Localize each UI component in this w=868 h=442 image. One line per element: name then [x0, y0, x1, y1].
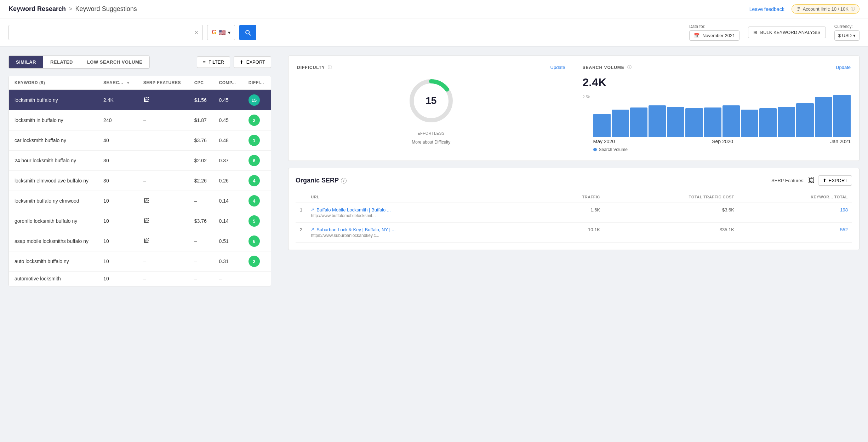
th-search[interactable]: SEARC... ▼	[98, 76, 138, 90]
keyword-table: KEYWORD (9) SEARC... ▼ SERP FEATURES CPC…	[9, 76, 271, 286]
bar	[759, 108, 777, 137]
td-comp: 0.31	[213, 251, 243, 272]
td-cpc: $3.76	[189, 130, 213, 151]
td-comp: 0.37	[213, 151, 243, 171]
export-button[interactable]: ⬆ EXPORT	[234, 56, 271, 68]
more-about-difficulty[interactable]: More about Difficulty	[412, 140, 450, 145]
td-cpc: $1.56	[189, 90, 213, 110]
td-search: 2.4K	[98, 90, 138, 110]
th-keyword: KEYWORD (9)	[9, 76, 98, 90]
serp-export-icon: ⬆	[823, 178, 827, 183]
difficulty-section: DIFFICULTY ⓘ Update 15 EFFORTLESS	[289, 56, 574, 161]
search-button[interactable]	[239, 25, 256, 40]
data-for-label: Data for:	[689, 24, 706, 29]
clear-button[interactable]: ×	[194, 29, 198, 36]
difficulty-info-icon: ⓘ	[328, 64, 332, 70]
table-row[interactable]: 24 hour locksmith buffalo ny 30 – $2.02 …	[9, 151, 271, 171]
leave-feedback-link[interactable]: Leave feedback	[749, 6, 784, 12]
serp-dash: –	[143, 276, 146, 281]
bar-chart-y-label: 2.5k	[583, 95, 590, 99]
bulk-icon: ⊞	[753, 30, 757, 35]
table-row[interactable]: locksmith in buffalo ny 240 – $1.87 0.45…	[9, 110, 271, 130]
breadcrumb-main[interactable]: Keyword Research	[8, 5, 66, 13]
bar	[630, 107, 647, 137]
td-keyword: locksmith elmwood ave buffalo ny	[9, 171, 98, 191]
serp-image-icon: 🖼	[808, 177, 815, 184]
serp-url-main[interactable]: ↗ Suburban Lock & Key | Buffalo, NY | ..…	[311, 227, 534, 232]
tab-related[interactable]: RELATED	[43, 56, 80, 68]
search-left: locksmith buffalo ny × G 🇺🇸 ▾	[8, 25, 256, 40]
external-link-icon: ↗	[311, 227, 314, 232]
serp-table-row: 1 ↗ Buffalo Mobile Locksmith | Buffalo .…	[296, 203, 852, 223]
td-comp: 0.48	[213, 130, 243, 151]
currency-selector[interactable]: $ USD ▾	[834, 30, 860, 41]
breadcrumb-sub: Keyword Suggestions	[75, 5, 137, 13]
search-volume-section: SEARCH VOLUME ⓘ Update 2.4K 2.5k May 202…	[574, 56, 860, 161]
td-search: 240	[98, 110, 138, 130]
currency-section: Currency: $ USD ▾	[834, 24, 860, 41]
td-comp: 0.45	[213, 110, 243, 130]
currency-value: $ USD	[838, 33, 852, 38]
tab-similar[interactable]: SIMILAR	[9, 56, 43, 68]
engine-selector[interactable]: G 🇺🇸 ▾	[207, 25, 235, 40]
serp-url-sub: https://www.suburbanlockandkey.c...	[311, 233, 534, 238]
th-comp: COMP...	[213, 76, 243, 90]
td-diff: 6	[243, 151, 271, 171]
table-row[interactable]: auto locksmith buffalo ny 10 – – 0.31 2	[9, 251, 271, 272]
difficulty-label: DIFFICULTY	[297, 65, 325, 70]
diff-badge: 2	[249, 256, 260, 267]
td-comp: –	[213, 272, 243, 286]
serp-traffic-cost: $3.6K	[604, 203, 738, 223]
filter-label: FILTER	[209, 59, 224, 65]
td-keyword: car locksmith buffalo ny	[9, 130, 98, 151]
search-input-wrapper: locksmith buffalo ny ×	[8, 25, 203, 40]
td-diff: 6	[243, 231, 271, 251]
x-label-1: Sep 2020	[712, 139, 733, 144]
td-serp: –	[138, 171, 189, 191]
donut-number: 15	[426, 95, 436, 106]
bar	[833, 95, 851, 137]
bar	[723, 105, 740, 137]
metrics-row: DIFFICULTY ⓘ Update 15 EFFORTLESS	[288, 56, 860, 161]
serp-th-total-cost: TOTAL TRAFFIC COST	[604, 191, 738, 203]
table-row[interactable]: automotive locksmith 10 – – –	[9, 272, 271, 286]
serp-export-button[interactable]: ⬆ EXPORT	[818, 175, 852, 186]
td-cpc: $2.02	[189, 151, 213, 171]
table-row[interactable]: locksmith buffalo ny elmwood 10 🖼 – 0.14…	[9, 191, 271, 211]
td-cpc: –	[189, 251, 213, 272]
legend-label: Search Volume	[599, 147, 628, 152]
serp-header: Organic SERP i SERP Features: 🖼 ⬆ EXPORT	[296, 175, 852, 186]
chart-legend: Search Volume	[593, 147, 851, 152]
serp-url-cell: ↗ Buffalo Mobile Locksmith | Buffalo ...…	[307, 203, 538, 223]
breadcrumb: Keyword Research > Keyword Suggestions	[8, 5, 137, 13]
serp-traffic: 10.1K	[538, 223, 604, 243]
serp-table-row: 2 ↗ Suburban Lock & Key | Buffalo, NY | …	[296, 223, 852, 243]
serp-url-title: Buffalo Mobile Locksmith | Buffalo ...	[316, 207, 391, 213]
serp-traffic-cost: $35.1K	[604, 223, 738, 243]
date-selector[interactable]: 📅 November 2021	[689, 30, 740, 41]
serp-url-main[interactable]: ↗ Buffalo Mobile Locksmith | Buffalo ...	[311, 207, 534, 213]
td-comp: 0.14	[213, 191, 243, 211]
td-keyword: auto locksmith buffalo ny	[9, 251, 98, 272]
table-row[interactable]: asap mobile locksmiths buffalo ny 10 🖼 –…	[9, 231, 271, 251]
tab-low-search-volume[interactable]: LOW SEARCH VOLUME	[80, 56, 150, 68]
info-icon: ⓘ	[851, 6, 855, 12]
tab-actions: ≡ FILTER ⬆ EXPORT	[197, 56, 271, 68]
table-row[interactable]: car locksmith buffalo ny 40 – $3.76 0.48…	[9, 130, 271, 151]
td-search: 10	[98, 211, 138, 231]
table-row[interactable]: locksmith buffalo ny 2.4K 🖼 $1.56 0.45 1…	[9, 90, 271, 110]
table-row[interactable]: locksmith elmwood ave buffalo ny 30 – $2…	[9, 171, 271, 191]
header: Keyword Research > Keyword Suggestions L…	[0, 0, 868, 18]
serp-th-rank	[296, 191, 307, 203]
export-label: EXPORT	[246, 59, 265, 65]
search-input[interactable]: locksmith buffalo ny	[13, 29, 194, 35]
donut-wrapper: 15 EFFORTLESS More about Difficulty	[297, 76, 565, 145]
search-volume-update-link[interactable]: Update	[836, 65, 851, 70]
chevron-down-icon: ▾	[228, 30, 230, 35]
bulk-keyword-button[interactable]: ⊞ BULK KEYWORD ANALYSIS	[748, 27, 826, 38]
td-diff: 4	[243, 191, 271, 211]
legend-dot	[593, 148, 597, 151]
table-row[interactable]: gorenflo locksmith buffalo ny 10 🖼 $3.76…	[9, 211, 271, 231]
filter-button[interactable]: ≡ FILTER	[197, 56, 230, 68]
difficulty-update-link[interactable]: Update	[550, 65, 565, 70]
